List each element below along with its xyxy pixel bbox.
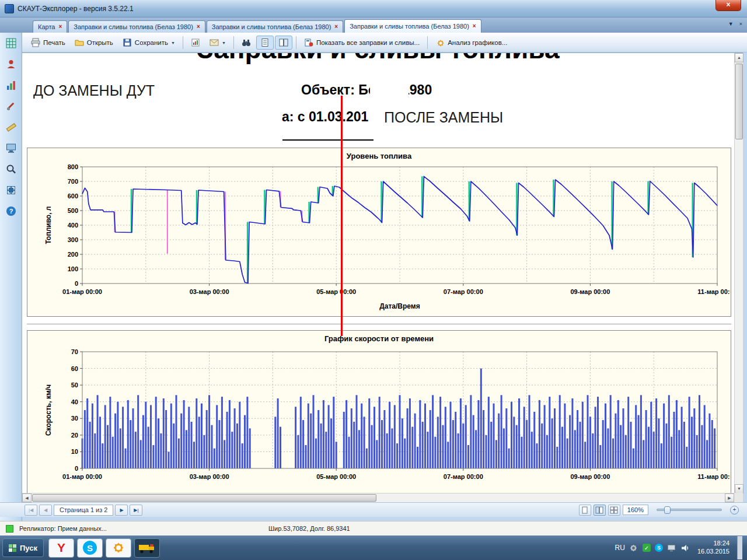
svg-text:200: 200 [68, 251, 78, 258]
svg-text:0: 0 [75, 280, 78, 287]
replicator-status-icon [6, 525, 13, 533]
truck-icon [138, 542, 156, 554]
zoom-slider-thumb[interactable] [664, 506, 671, 514]
svg-text:01-мар 00:00: 01-мар 00:00 [62, 288, 102, 295]
skype-icon: S [83, 541, 97, 555]
export-chart-button[interactable] [187, 36, 204, 50]
report-period-line: а: с 01.03.201 [282, 109, 368, 125]
svg-text:70: 70 [71, 348, 78, 355]
save-dropdown-icon[interactable]: ▼ [171, 41, 175, 45]
pager-bar: |◀ ◀ Страница 1 из 2 ▶ ▶| 160% + [0, 502, 747, 517]
module-sidebar: ? [0, 33, 22, 521]
floppy-icon [123, 38, 132, 47]
horizontal-scroll-thumb[interactable] [32, 494, 376, 502]
tray-gear-icon[interactable] [629, 543, 638, 552]
tray-skype-icon[interactable]: S [655, 544, 663, 552]
service-module-button[interactable] [4, 99, 19, 114]
tray-antivirus-icon[interactable]: ✓ [643, 544, 651, 552]
gear-icon [111, 541, 125, 555]
desktop: СКАУТ-Эксплорер - версия 3.5.22.1 × Карт… [0, 0, 747, 560]
report-page: Заправки и сливы топлива ДО ЗАМЕНЫ ДУТ О… [22, 53, 734, 494]
binoculars-icon [242, 38, 251, 47]
zoom-slider[interactable] [657, 509, 722, 511]
view-report-toggle[interactable] [256, 36, 274, 50]
table-icon [5, 37, 17, 49]
envelope-icon [210, 38, 219, 47]
svg-text:05-мар 00:00: 05-мар 00:00 [316, 473, 356, 480]
scroll-down-button[interactable]: ▼ [735, 484, 743, 494]
tab-label: Карта [38, 23, 55, 30]
tab-close-icon[interactable]: × [334, 24, 338, 30]
find-button[interactable] [238, 36, 255, 50]
send-dropdown-icon[interactable]: ▼ [222, 41, 226, 45]
svg-text:05-мар 00:00: 05-мар 00:00 [316, 288, 356, 295]
scroll-left-button[interactable]: ◀ [22, 494, 32, 502]
horizontal-scrollbar[interactable]: ◀ ▶ [22, 493, 734, 502]
vertical-scroll-thumb[interactable] [735, 64, 743, 139]
svg-text:0: 0 [75, 465, 78, 472]
start-label: Пуск [20, 544, 37, 552]
fit-width-view-button[interactable] [594, 505, 606, 516]
tab-report-3-active[interactable]: Заправки и сливы топлива (Белаз 1980) × [344, 19, 481, 33]
tab-map[interactable]: Карта × [33, 20, 67, 33]
tab-close-icon[interactable]: × [473, 23, 476, 29]
open-button[interactable]: Открыть [71, 36, 117, 50]
status-bar: Репликатор: Прием данных... Шир.53,7082,… [0, 521, 747, 536]
grid-module-button[interactable] [4, 36, 19, 51]
single-page-view-button[interactable] [579, 505, 591, 516]
skype-taskbar-button[interactable]: S [77, 538, 103, 558]
vertical-scrollbar[interactable]: ▲ ▼ [734, 53, 743, 494]
ruler-icon [5, 121, 17, 133]
search-object-button[interactable] [4, 162, 19, 177]
replacement-divider-line [341, 96, 343, 336]
scout-taskbar-button[interactable] [134, 538, 160, 558]
fullscreen-button[interactable] [4, 183, 19, 198]
scroll-up-button[interactable]: ▲ [735, 53, 743, 62]
show-desktop-button[interactable] [737, 536, 742, 559]
svg-text:?: ? [9, 208, 13, 215]
save-button[interactable]: Сохранить ▼ [118, 36, 179, 50]
start-button[interactable]: Пуск [2, 538, 44, 557]
tab-report-1[interactable]: Заправки и сливы топлива (Белаз 1980) × [68, 20, 205, 33]
measure-module-button[interactable] [4, 120, 19, 135]
svg-text:10: 10 [71, 448, 78, 455]
scroll-right-button[interactable]: ▶ [725, 494, 734, 502]
svg-text:400: 400 [68, 222, 78, 229]
objects-module-button[interactable] [4, 57, 19, 72]
svg-text:100: 100 [68, 265, 78, 272]
bar-chart-icon [5, 79, 17, 91]
multi-page-view-button[interactable] [608, 505, 620, 516]
print-button[interactable]: Печать [27, 36, 69, 50]
settings-taskbar-button[interactable] [106, 538, 131, 558]
first-page-button[interactable]: |◀ [25, 505, 37, 516]
title-bar[interactable]: СКАУТ-Эксплорер - версия 3.5.22.1 × [0, 0, 747, 18]
last-page-button[interactable]: ▶| [130, 505, 142, 516]
help-icon: ? [5, 205, 17, 217]
zoom-in-button[interactable]: + [730, 506, 739, 514]
tab-close-all-icon[interactable]: × [739, 21, 742, 27]
monitor-icon [5, 142, 17, 154]
chart-analysis-button[interactable]: Анализ графиков... [431, 36, 511, 50]
tab-report-2[interactable]: Заправки и сливы топлива (Белаз 1980) × [207, 20, 343, 33]
svg-text:50: 50 [71, 382, 78, 388]
taskbar-clock[interactable]: 18:24 16.03.2015 [697, 540, 729, 556]
view-chart-toggle[interactable] [275, 36, 292, 50]
prev-page-button[interactable]: ◀ [39, 505, 52, 516]
open-label: Открыть [87, 39, 113, 46]
tab-list-dropdown-icon[interactable]: ▼ [728, 21, 734, 27]
tab-close-icon[interactable]: × [197, 24, 200, 30]
tray-volume-icon[interactable] [680, 543, 690, 552]
speed-chart-title: График скорости от времени [27, 331, 731, 345]
tab-close-icon[interactable]: × [58, 24, 62, 30]
replicator-module-button[interactable] [4, 141, 19, 156]
svg-text:800: 800 [68, 163, 78, 170]
tray-network-icon[interactable] [667, 543, 676, 552]
show-all-refuels-button[interactable]: Показать все заправки и сливы... [300, 36, 424, 50]
help-button[interactable]: ? [4, 204, 19, 219]
window-close-button[interactable]: × [715, 0, 741, 11]
next-page-button[interactable]: ▶ [115, 505, 128, 516]
send-report-button[interactable]: ▼ [205, 36, 230, 50]
yandex-taskbar-button[interactable]: Y [48, 538, 74, 558]
reports-module-button[interactable] [4, 78, 19, 93]
language-indicator[interactable]: RU [615, 544, 625, 552]
